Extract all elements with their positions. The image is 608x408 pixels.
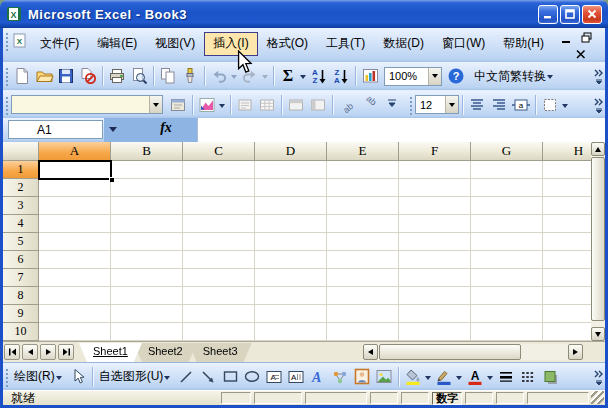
open-folder-button[interactable] [33, 65, 55, 87]
workbook-restore-icon[interactable] [580, 32, 594, 44]
clip-art-button[interactable] [351, 366, 373, 388]
autoshapes-dropdown-icon[interactable] [164, 376, 170, 383]
row-header-3[interactable]: 3 [3, 197, 39, 215]
maximize-button[interactable] [560, 5, 580, 24]
fill-color-dropdown-icon[interactable] [425, 376, 431, 383]
angle-clockwise-button[interactable]: ab [358, 94, 380, 116]
row-header-8[interactable]: 8 [3, 287, 39, 305]
chinese-translate-button[interactable]: 中文简繁转换 [471, 66, 558, 87]
first-sheet-button[interactable] [4, 344, 20, 360]
shadow-style-button[interactable] [539, 366, 561, 388]
dash-style-button[interactable] [517, 366, 539, 388]
row-header-9[interactable]: 9 [3, 305, 39, 323]
column-header-d[interactable]: D [255, 142, 327, 161]
menu-format[interactable]: 格式(O) [258, 32, 317, 56]
scroll-right-button[interactable] [568, 344, 583, 360]
angle-counterclockwise-button[interactable]: ab [336, 94, 358, 116]
line-tool-button[interactable] [175, 366, 197, 388]
translate-dropdown-icon[interactable] [547, 75, 553, 82]
vertical-scrollbar[interactable] [591, 142, 605, 341]
column-header-c[interactable]: C [183, 142, 255, 161]
legend-button[interactable] [234, 94, 256, 116]
menu-grip[interactable] [4, 31, 9, 51]
vertical-text-box-button[interactable]: A [285, 366, 307, 388]
menu-edit[interactable]: 编辑(E) [88, 32, 146, 56]
line-style-button[interactable] [495, 366, 517, 388]
new-document-button[interactable] [11, 65, 33, 87]
menu-tools[interactable]: 工具(T) [317, 32, 374, 56]
row-header-7[interactable]: 7 [3, 269, 39, 287]
scroll-down-button[interactable] [591, 327, 605, 341]
name-box[interactable]: A1 [8, 120, 103, 139]
font-size-combobox[interactable]: 12 [415, 95, 459, 114]
save-button[interactable] [55, 65, 77, 87]
workbook-close-icon[interactable] [575, 49, 587, 60]
horizontal-scroll-thumb[interactable] [379, 344, 521, 360]
row-header-4[interactable]: 4 [3, 215, 39, 233]
formula-input[interactable] [197, 118, 605, 142]
align-center-button[interactable] [466, 94, 488, 116]
toolbar-options-button[interactable] [593, 365, 605, 389]
row-header-10[interactable]: 10 [3, 323, 39, 341]
print-preview-button[interactable] [128, 65, 150, 87]
toolbar-options-button[interactable] [593, 93, 605, 117]
row-header-5[interactable]: 5 [3, 233, 39, 251]
rectangle-tool-button[interactable] [219, 366, 241, 388]
text-box-button[interactable]: A [263, 366, 285, 388]
toolbar-options-button[interactable] [593, 64, 605, 88]
next-sheet-button[interactable] [40, 344, 56, 360]
minimize-button[interactable] [538, 5, 558, 24]
last-sheet-button[interactable] [58, 344, 74, 360]
previous-sheet-button[interactable] [22, 344, 38, 360]
close-button[interactable] [582, 5, 602, 24]
autoshapes-button[interactable]: 自选图形(U) [96, 366, 176, 387]
column-header-h[interactable]: H [543, 142, 591, 161]
column-header-e[interactable]: E [327, 142, 399, 161]
chart-wizard-button[interactable] [359, 65, 381, 87]
align-right-button[interactable] [488, 94, 510, 116]
chart-type-button[interactable] [196, 94, 218, 116]
horizontal-scrollbar[interactable] [363, 344, 583, 360]
autosum-dropdown-icon[interactable] [300, 75, 306, 82]
by-column-button[interactable] [307, 94, 329, 116]
chart-type-dropdown-icon[interactable] [219, 104, 225, 111]
toolbar-grip[interactable] [4, 367, 9, 387]
permission-button[interactable] [77, 65, 99, 87]
insert-function-button[interactable]: fx [151, 120, 181, 136]
redo-dropdown-icon[interactable] [262, 75, 268, 82]
select-objects-button[interactable] [67, 366, 89, 388]
toolbar-grip[interactable] [408, 95, 413, 115]
format-painter-button[interactable] [179, 65, 201, 87]
menu-help[interactable]: 帮助(H) [494, 32, 553, 56]
name-box-dropdown-icon[interactable] [109, 127, 117, 136]
column-header-g[interactable]: G [471, 142, 543, 161]
data-table-button[interactable] [256, 94, 278, 116]
merge-center-button[interactable]: a [510, 94, 532, 116]
chart-objects-combobox[interactable] [11, 95, 163, 114]
tab-sheet2[interactable]: Sheet2 [134, 343, 197, 362]
help-button[interactable]: ? [445, 65, 467, 87]
menu-view[interactable]: 视图(V) [146, 32, 204, 56]
zoom-dropdown-icon[interactable] [428, 68, 441, 85]
menu-file[interactable]: 文件(F) [31, 32, 88, 56]
column-header-a[interactable]: A [39, 142, 111, 161]
resize-grip[interactable] [591, 391, 604, 404]
font-size-dropdown-icon[interactable] [445, 96, 458, 113]
tab-sheet1[interactable]: Sheet1 [79, 343, 142, 362]
row-header-2[interactable]: 2 [3, 179, 39, 197]
diagram-button[interactable] [329, 366, 351, 388]
oval-tool-button[interactable] [241, 366, 263, 388]
format-object-button[interactable] [167, 94, 189, 116]
borders-dropdown-icon[interactable] [562, 104, 568, 111]
toolbar-grip[interactable] [4, 66, 9, 86]
borders-button[interactable] [539, 94, 561, 116]
fill-handle[interactable] [109, 177, 114, 182]
workbook-minimize-icon[interactable] [560, 33, 574, 45]
selected-cell-a1[interactable] [38, 160, 112, 180]
sort-ascending-button[interactable]: AZ [308, 65, 330, 87]
fill-color-button[interactable] [402, 366, 424, 388]
row-header-6[interactable]: 6 [3, 251, 39, 269]
select-all-corner[interactable] [3, 142, 39, 161]
print-button[interactable] [106, 65, 128, 87]
draw-dropdown-icon[interactable] [56, 376, 62, 383]
